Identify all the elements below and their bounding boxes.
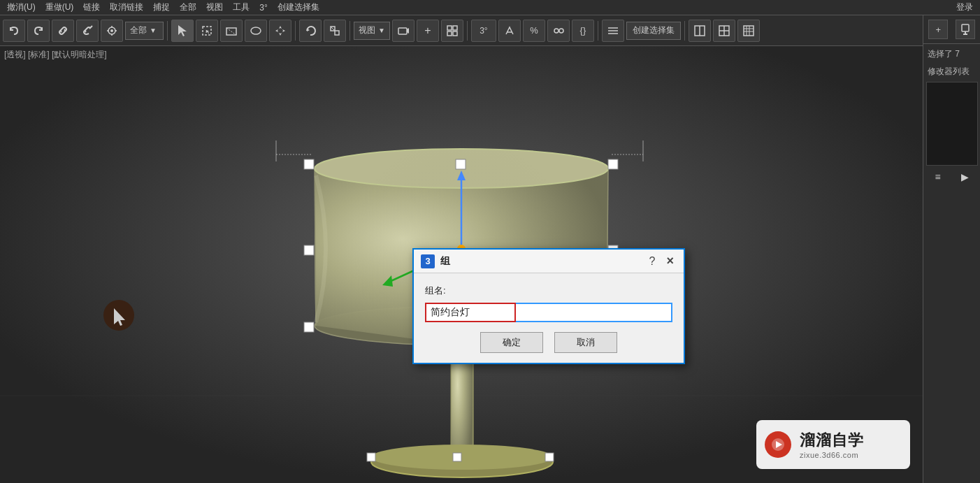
create-select-set-btn[interactable]: 创建选择集 (626, 22, 681, 40)
all-dropdown[interactable]: 全部 ▼ (125, 22, 164, 40)
svg-rect-41 (962, 24, 969, 31)
group-name-input-highlighted[interactable] (425, 303, 516, 322)
rotate-button[interactable] (299, 20, 322, 42)
svg-rect-61 (304, 322, 314, 332)
select-circle-button[interactable] (245, 20, 267, 42)
move-button[interactable] (269, 20, 291, 42)
svg-rect-69 (367, 453, 375, 461)
svg-rect-21 (447, 26, 452, 30)
menu-3d[interactable]: 3° (255, 2, 271, 13)
redo-button[interactable] (27, 20, 50, 42)
menu-redo[interactable]: 重做(U) (41, 1, 78, 14)
dropdown-arrow-icon: ▼ (150, 27, 157, 34)
separator-3 (350, 21, 350, 41)
svg-point-79 (103, 300, 134, 331)
svg-rect-17 (335, 31, 339, 35)
grid-button[interactable] (441, 20, 463, 42)
svg-rect-23 (447, 31, 452, 36)
svg-point-67 (371, 447, 553, 477)
menu-snap[interactable]: 捕捉 (149, 1, 174, 14)
confirm-button[interactable]: 确定 (480, 332, 543, 353)
scale-button[interactable] (324, 20, 346, 42)
svg-point-50 (315, 149, 608, 188)
svg-line-48 (315, 168, 316, 326)
svg-line-11 (226, 28, 236, 35)
svg-marker-13 (279, 26, 282, 36)
modifier-preview-box (926, 82, 978, 166)
group-dialog[interactable]: 3 组 ? × 组名: 确定 取消 (412, 248, 685, 364)
right-pin-button[interactable] (956, 20, 975, 39)
menu-bar: 撤消(U) 重做(U) 链接 取消链接 捕捉 全部 视图 工具 3° 创建选择集… (0, 0, 980, 15)
svg-marker-9 (206, 29, 210, 34)
svg-rect-70 (453, 453, 461, 461)
menu-all[interactable]: 全部 (175, 1, 201, 14)
dialog-field-label: 组名: (425, 284, 672, 297)
svg-line-0 (89, 26, 92, 29)
view-dropdown-arrow: ▼ (378, 27, 385, 34)
snap2-button[interactable] (498, 20, 521, 42)
dialog-icon: 3 (421, 254, 435, 268)
cancel-button[interactable]: 取消 (554, 332, 617, 353)
right-panel: + 选择了 7 修改器列表 ≡ ▶ (923, 15, 980, 483)
toolbar: 全部 ▼ 视图 ▼ + 3° % (0, 15, 980, 46)
menu-login[interactable]: 登录 (952, 1, 977, 14)
dialog-body: 组名: 确定 取消 (414, 273, 684, 363)
camera-button[interactable] (392, 20, 415, 42)
svg-point-12 (251, 27, 261, 34)
svg-rect-22 (453, 26, 457, 30)
bracket-button[interactable]: {} (572, 20, 594, 42)
select-region-button[interactable] (196, 20, 218, 42)
select-set-btn1[interactable] (602, 20, 624, 42)
grid-layout-btn[interactable] (737, 20, 760, 42)
svg-marker-77 (382, 275, 393, 287)
svg-rect-55 (304, 245, 314, 255)
dialog-close-button[interactable]: × (663, 254, 677, 268)
view-dropdown[interactable]: 视图 ▼ (354, 22, 390, 40)
svg-rect-24 (453, 31, 457, 36)
svg-point-26 (554, 29, 559, 33)
separator-6 (684, 21, 685, 41)
select-button[interactable] (171, 20, 194, 42)
menu-create-set[interactable]: 创建选择集 (273, 1, 324, 14)
unlink-button[interactable] (76, 20, 99, 42)
svg-point-68 (371, 445, 553, 470)
svg-marker-80 (114, 308, 125, 326)
right-plus-button[interactable]: + (928, 20, 948, 39)
dialog-title: 组 (440, 255, 641, 268)
menu-view[interactable]: 视图 (202, 1, 227, 14)
menu-tools[interactable]: 工具 (229, 1, 254, 14)
layout-btn1[interactable] (689, 20, 711, 42)
undo-button[interactable] (3, 20, 25, 42)
separator-2 (295, 21, 296, 41)
group-name-input-rest[interactable] (516, 303, 672, 322)
deg-button[interactable]: 3° (471, 20, 496, 42)
plus-button[interactable]: + (417, 20, 439, 42)
link-button[interactable] (52, 20, 74, 42)
menu-undo[interactable]: 撤消(U) (3, 1, 40, 14)
right-icons-row: ≡ ▶ (923, 168, 980, 185)
menu-unlink[interactable]: 取消链接 (106, 1, 147, 14)
percent-button[interactable]: % (523, 20, 545, 42)
svg-rect-19 (398, 28, 407, 34)
separator-5 (598, 21, 598, 41)
layout-btn2[interactable] (713, 20, 735, 42)
svg-line-18 (331, 27, 335, 31)
separator-4 (467, 21, 468, 41)
svg-rect-71 (545, 453, 554, 461)
svg-point-2 (110, 29, 113, 32)
right-icon-1[interactable]: ≡ (935, 171, 940, 182)
selected-count-label: 选择了 7 (923, 44, 980, 62)
dialog-help-button[interactable]: ? (647, 255, 658, 268)
right-icon-2[interactable]: ▶ (961, 171, 969, 182)
svg-marker-15 (307, 29, 310, 31)
menu-link[interactable]: 链接 (79, 1, 104, 14)
snap-button[interactable] (101, 20, 123, 42)
svg-marker-73 (457, 171, 466, 180)
select-rect-button[interactable] (220, 20, 243, 42)
viewport-label: [透视] [标准] [默认明暗处理] (4, 49, 107, 61)
svg-rect-54 (608, 159, 618, 169)
svg-marker-14 (275, 29, 285, 32)
dialog-buttons: 确定 取消 (425, 332, 672, 353)
svg-point-27 (559, 29, 563, 33)
snap3-button[interactable] (547, 20, 570, 42)
